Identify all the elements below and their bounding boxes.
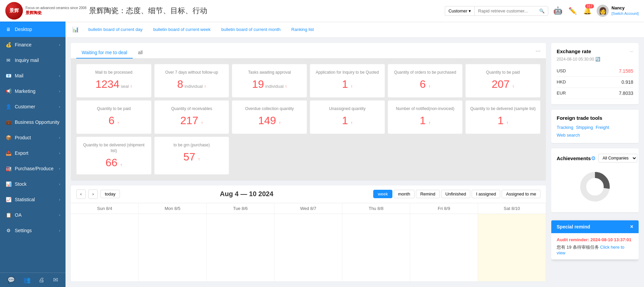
cal-day-cell-0[interactable] bbox=[71, 214, 139, 282]
tool-link-freight[interactable]: Freight bbox=[596, 125, 609, 130]
refresh-icon[interactable]: 🔄 bbox=[595, 57, 600, 62]
tab-all[interactable]: all bbox=[133, 47, 148, 59]
cal-day-cell-3[interactable] bbox=[274, 214, 342, 282]
metric-card-8[interactable]: Overdue collection quantity 149 ↑ bbox=[232, 100, 307, 134]
sidebar-item-product[interactable]: 📦 Product › bbox=[0, 130, 66, 145]
tool-link-web search[interactable]: Web search bbox=[557, 133, 580, 138]
bulletin-tab-day[interactable]: bulletin board of current day bbox=[87, 27, 144, 32]
metric-label-5: Quantity to be paid bbox=[470, 70, 536, 75]
metric-card-4[interactable]: Quantity of orders to be purchased 6 ↑ bbox=[388, 64, 463, 98]
cal-day-cell-6[interactable] bbox=[478, 214, 546, 282]
metric-value-8: 149 ↑ bbox=[236, 114, 303, 127]
sidebar-item-settings[interactable]: ⚙ Settings › bbox=[0, 223, 66, 238]
cal-tab-month[interactable]: month bbox=[394, 190, 415, 198]
metric-arrow-8: ↑ bbox=[279, 120, 281, 125]
metric-label-10: Number of notified(non-invoiced) bbox=[392, 106, 459, 112]
exchange-more-btn[interactable]: ··· bbox=[630, 49, 633, 54]
metric-card-6[interactable]: Quantity to be paid 6 ↑ bbox=[76, 100, 152, 134]
metric-arrow-11: ↑ bbox=[506, 120, 508, 125]
metric-arrow-2: ↑ bbox=[285, 84, 287, 89]
topbar: 景辉 Focus on advanced ceramics since 2008… bbox=[0, 0, 644, 22]
metric-arrow-10: ↑ bbox=[428, 120, 430, 125]
cal-next-btn[interactable]: › bbox=[88, 189, 98, 199]
cal-view-tabs: weekmonthRemindUnfinishedI assignedAssig… bbox=[373, 190, 541, 198]
search-icon: 🔍 bbox=[539, 8, 545, 13]
exchange-card-header: Exchange rate ··· bbox=[557, 48, 633, 54]
user-switch[interactable]: [Switch Account] bbox=[611, 11, 639, 16]
achievements-header: Achievements ⚙ All Companies month bbox=[557, 154, 633, 163]
sidebar-item-mail[interactable]: 📧 Mail › bbox=[0, 68, 66, 83]
sidebar-item-purchase-produce[interactable]: 🏭 Purchase/Produce › bbox=[0, 161, 66, 176]
metric-card-5[interactable]: Quantity to be paid 207 ↑ bbox=[465, 64, 541, 98]
sidebar-users-icon[interactable]: 👥 bbox=[23, 276, 31, 284]
bulletin-tab-month[interactable]: bulletin board of current month bbox=[220, 27, 282, 32]
cal-tab-i-assigned[interactable]: I assigned bbox=[472, 190, 500, 198]
company-select[interactable]: All Companies bbox=[598, 154, 637, 163]
cal-tab-remind[interactable]: Remind bbox=[416, 190, 440, 198]
sidebar-mail-icon[interactable]: ✉ bbox=[53, 276, 58, 284]
sidebar-chevron-5: › bbox=[59, 105, 60, 109]
metric-card-1[interactable]: Over 7 days without follow-up 8individua… bbox=[154, 64, 229, 98]
sidebar-print-icon[interactable]: 🖨 bbox=[39, 277, 45, 284]
cal-tab-week[interactable]: week bbox=[373, 190, 392, 198]
metric-card-0[interactable]: Mail to be processed 1234seal ↑ bbox=[76, 64, 152, 98]
sidebar-item-business-opportunity[interactable]: 💼 Business Opportunity bbox=[0, 114, 66, 130]
sidebar-item-stock[interactable]: 📊 Stock › bbox=[0, 176, 66, 192]
tool-link-tracking[interactable]: Tracking bbox=[557, 125, 573, 130]
metric-card-9[interactable]: Unassigned quantity 1 ↑ bbox=[310, 100, 385, 134]
sidebar-chat-icon[interactable]: 💬 bbox=[7, 276, 15, 284]
sidebar-icon-4: 📢 bbox=[5, 88, 11, 94]
sidebar-item-finance[interactable]: 💰 Finance › bbox=[0, 37, 66, 52]
metric-card-11[interactable]: Quantity to be delivered (sample list) 1… bbox=[465, 100, 541, 134]
sidebar-item-marketing[interactable]: 📢 Marketing › bbox=[0, 83, 66, 99]
cal-day-cell-2[interactable] bbox=[207, 214, 274, 282]
metric-card-2[interactable]: Tasks awaiting approval 19individual ↑ bbox=[232, 64, 307, 98]
sidebar-label-7: Product bbox=[15, 135, 56, 140]
cal-day-header-1: Mon 8/5 bbox=[139, 203, 207, 214]
tab-more-btn[interactable]: ··· bbox=[535, 47, 541, 54]
edit-icon-btn[interactable]: ✏️ bbox=[567, 5, 578, 16]
user-area[interactable]: 👩 Nancy [Switch Account] bbox=[597, 5, 639, 17]
remind-close-btn[interactable]: × bbox=[630, 224, 633, 230]
cal-today-btn[interactable]: today bbox=[100, 190, 120, 198]
remind-text: 您有 19 条待审核任务 Click here to view bbox=[557, 244, 633, 255]
metric-card-3[interactable]: Application for Inquiry to be Quoted 1 ↑ bbox=[310, 64, 385, 98]
sidebar-item-export[interactable]: 📤 Export › bbox=[0, 145, 66, 161]
metric-card-10[interactable]: Number of notified(non-invoiced) 1 ↑ bbox=[388, 100, 463, 134]
sidebar-items: 🖥 Desktop 💰 Finance › ✉ Inquiry mail 📧 M… bbox=[0, 22, 66, 238]
metric-card-13[interactable]: to be grn (purchase) 57 ↑ bbox=[154, 137, 229, 175]
achievements-gear-icon[interactable]: ⚙ bbox=[591, 155, 596, 162]
metric-arrow-4: ↑ bbox=[428, 84, 430, 89]
bulletin-icon: 📊 bbox=[72, 26, 79, 33]
notification-btn[interactable]: 🔔 317 bbox=[582, 5, 593, 16]
tool-link-shipping[interactable]: Shipping bbox=[576, 125, 593, 130]
sidebar-label-6: Business Opportunity bbox=[15, 119, 60, 125]
cal-day-cell-1[interactable] bbox=[139, 214, 207, 282]
bulletin-tab-ranking[interactable]: Ranking list bbox=[290, 27, 315, 32]
metric-label-1: Over 7 days without follow-up bbox=[159, 70, 225, 75]
tab-waiting[interactable]: Waiting for me to deal bbox=[76, 47, 133, 59]
bulletin-tab-week[interactable]: bulletin board of current week bbox=[152, 27, 212, 32]
sidebar-item-inquiry-mail[interactable]: ✉ Inquiry mail bbox=[0, 52, 66, 68]
metric-card-7[interactable]: Quantity of receivables 217 ↑ bbox=[154, 100, 229, 134]
sidebar-icon-6: 💼 bbox=[5, 119, 11, 125]
cal-day-cell-4[interactable] bbox=[342, 214, 410, 282]
cal-tab-unfinished[interactable]: Unfinished bbox=[441, 190, 470, 198]
cal-day-cell-5[interactable] bbox=[410, 214, 478, 282]
search-type-dropdown[interactable]: Customer ▾ bbox=[445, 6, 474, 16]
cal-prev-btn[interactable]: ‹ bbox=[76, 189, 86, 199]
search-input[interactable] bbox=[478, 8, 537, 13]
user-name: Nancy bbox=[611, 5, 639, 11]
cal-tab-assigned-to-me[interactable]: Assigned to me bbox=[502, 190, 541, 198]
exchange-row-eur: EUR 7.8033 bbox=[557, 88, 633, 99]
sidebar-item-statistical[interactable]: 📈 Statistical › bbox=[0, 192, 66, 207]
sidebar-item-oa[interactable]: 📋 OA › bbox=[0, 207, 66, 223]
metric-arrow-1: ↑ bbox=[204, 84, 206, 89]
tools-title: Foreign trade tools bbox=[557, 115, 633, 121]
sidebar-item-desktop[interactable]: 🖥 Desktop bbox=[0, 22, 66, 37]
sidebar-label-2: Inquiry mail bbox=[15, 58, 60, 63]
ai-icon-btn[interactable]: 🤖 bbox=[552, 5, 563, 16]
sidebar-item-customer[interactable]: 👤 Customer › bbox=[0, 99, 66, 114]
achievements-card: Achievements ⚙ All Companies month bbox=[551, 148, 639, 212]
metric-card-12[interactable]: Quantity to be delivered (shipment list)… bbox=[76, 137, 152, 175]
